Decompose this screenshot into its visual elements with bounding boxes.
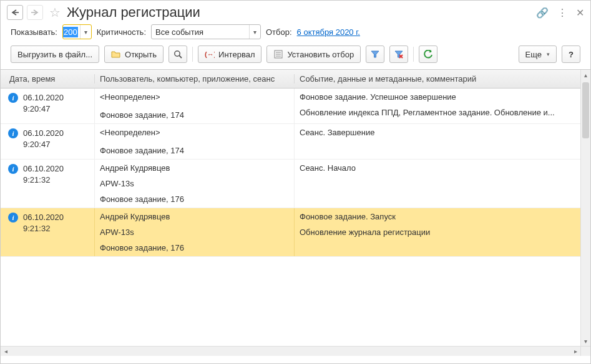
row-event: Фоновое задание. Запуск [300,212,585,221]
criticality-value: Все события [152,27,249,37]
row-date: 06.10.2020 [23,212,64,223]
cell-user: <Неопределен>Фоновое задание, 174 [94,89,294,123]
scroll-right-icon[interactable]: ▸ [570,347,580,356]
row-time: 9:20:47 [23,103,64,115]
row-user: Андрей Кудрявцев [100,163,289,173]
row-date: 06.10.2020 [23,92,64,103]
favorite-star-icon[interactable]: ☆ [49,5,61,20]
row-detail: Обновление индекса ППД, Регламентное зад… [300,108,585,117]
refresh-button[interactable] [419,46,437,63]
row-event: Сеанс. Начало [300,163,585,173]
folder-open-icon [111,49,121,59]
filter-settings-icon [273,49,283,59]
table-row[interactable]: i06.10.20209:21:32Андрей КудрявцевAPW-13… [1,160,590,208]
close-icon[interactable]: ✕ [576,7,584,19]
row-computer: APW-13s [100,228,289,237]
search-button[interactable] [169,46,187,63]
criticality-dropdown-icon[interactable]: ▾ [249,25,260,39]
cell-user: Андрей КудрявцевAPW-13sФоновое задание, … [94,208,294,256]
scrollbar-corner [580,346,590,356]
set-filter-button[interactable]: Установить отбор [266,46,361,63]
col-date-header[interactable]: Дата, время [1,74,94,84]
cell-event: Сеанс. Завершение [294,124,590,159]
toolbar: Выгрузить в файл... Открыть (↔) Интервал… [1,43,590,69]
row-time: 9:20:47 [23,139,64,150]
horizontal-scrollbar[interactable]: ◂ ▸ [1,346,580,356]
row-time: 9:21:32 [23,175,64,186]
col-event-header[interactable]: Событие, данные и метаданные, комментари… [294,74,590,84]
filters-row: Показывать: 200 ▾ Критичность: Все событ… [1,23,590,43]
show-count-field[interactable]: 200 ▾ [62,24,92,39]
refresh-icon [423,49,433,59]
row-date: 06.10.2020 [23,163,64,175]
filter-label: Отбор: [266,27,292,37]
info-icon: i [8,93,18,103]
row-app: Фоновое задание, 176 [100,243,289,252]
table-body: i06.10.20209:20:47<Неопределен>Фоновое з… [1,89,590,357]
scroll-up-icon[interactable]: ▴ [581,70,590,80]
cell-event: Фоновое задание. ЗапускОбновление журнал… [294,208,590,256]
row-detail: Обновление журнала регистрации [300,228,585,237]
svg-point-2 [174,50,179,55]
row-date: 06.10.2020 [23,128,64,139]
col-user-header[interactable]: Пользователь, компьютер, приложение, сеа… [94,74,294,84]
chevron-down-icon: ▾ [547,51,550,57]
show-label: Показывать: [11,27,57,37]
scroll-down-icon[interactable]: ▾ [581,336,590,346]
titlebar: ☆ Журнал регистрации 🔗 ⋮ ✕ [1,1,590,23]
table-header: Дата, время Пользователь, компьютер, при… [1,70,590,89]
row-computer: APW-13s [100,179,289,188]
scroll-left-icon[interactable]: ◂ [1,347,11,356]
row-user: <Неопределен> [100,128,289,137]
show-count-value[interactable]: 200 [63,27,78,37]
show-count-dropdown-icon[interactable]: ▾ [80,25,91,39]
filter-funnel-button[interactable] [366,46,384,63]
row-time: 9:21:32 [23,223,64,234]
row-app: Фоновое задание, 174 [100,110,289,120]
row-app: Фоновое задание, 174 [100,146,289,155]
vertical-scrollbar[interactable]: ▴ ▾ [580,70,590,346]
table-row[interactable]: i06.10.20209:21:32Андрей КудрявцевAPW-13… [1,208,590,257]
table-row[interactable]: i06.10.20209:20:47<Неопределен>Фоновое з… [1,89,590,124]
row-app: Фоновое задание, 176 [100,194,289,204]
page-title: Журнал регистрации [67,4,532,21]
svg-line-3 [179,55,182,58]
cell-event: Фоновое задание. Успешное завершениеОбно… [294,89,590,123]
help-button[interactable]: ? [562,46,580,63]
row-user: <Неопределен> [100,92,289,102]
funnel-icon [370,49,380,59]
interval-button[interactable]: (↔) Интервал [198,46,261,63]
cell-user: <Неопределен>Фоновое задание, 174 [94,124,294,159]
kebab-menu-icon[interactable]: ⋮ [557,7,567,19]
interval-icon: (↔) [205,49,215,59]
filter-date-link[interactable]: 6 октября 2020 г. [297,27,360,37]
cell-date: i06.10.20209:20:47 [1,124,94,159]
scrollbar-thumb[interactable] [582,82,589,138]
clear-filter-button[interactable] [389,46,408,63]
cell-date: i06.10.20209:20:47 [1,89,94,123]
row-user: Андрей Кудрявцев [100,212,289,221]
forward-button[interactable] [27,5,43,20]
criticality-label: Критичность: [97,27,146,37]
funnel-clear-icon [394,49,404,59]
criticality-select[interactable]: Все события ▾ [151,24,261,39]
cell-date: i06.10.20209:21:32 [1,208,94,256]
info-icon: i [8,164,18,174]
info-icon: i [8,128,18,138]
cell-event: Сеанс. Начало [294,160,590,208]
back-button[interactable] [7,5,23,20]
log-table: Дата, время Пользователь, компьютер, при… [1,69,590,356]
row-event: Фоновое задание. Успешное завершение [300,92,585,102]
row-event: Сеанс. Завершение [300,128,585,137]
info-icon: i [8,213,18,223]
cell-user: Андрей КудрявцевAPW-13sФоновое задание, … [94,160,294,208]
cell-date: i06.10.20209:21:32 [1,160,94,208]
export-button[interactable]: Выгрузить в файл... [11,46,99,63]
link-icon[interactable]: 🔗 [536,7,549,19]
open-button[interactable]: Открыть [104,46,164,63]
magnifier-icon [173,49,183,59]
table-row[interactable]: i06.10.20209:20:47<Неопределен>Фоновое з… [1,124,590,160]
svg-text:(↔): (↔) [205,50,215,58]
more-button[interactable]: Еще ▾ [519,46,557,63]
